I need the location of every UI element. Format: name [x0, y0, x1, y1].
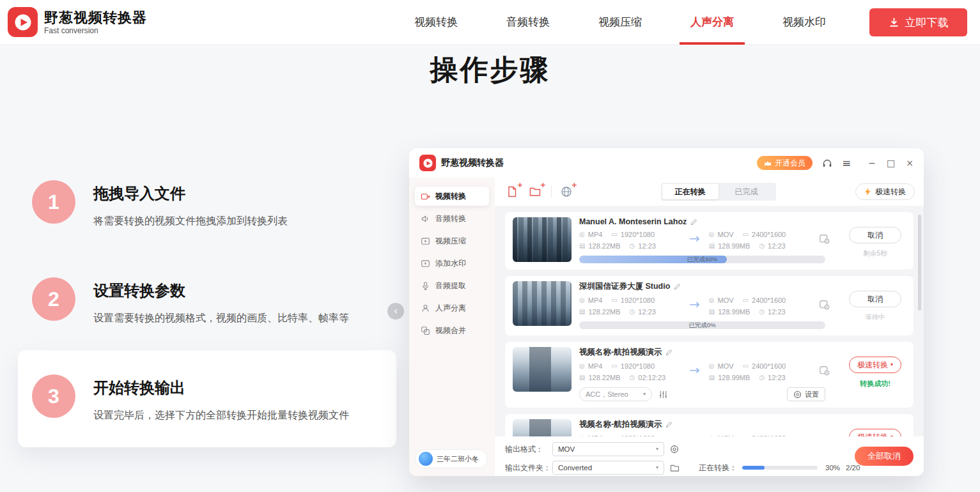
sidebar-item-add-watermark[interactable]: 添加水印: [415, 254, 489, 273]
edit-title-icon[interactable]: [665, 421, 673, 428]
tab-converting[interactable]: 正在转换: [662, 184, 719, 199]
audio-format-select[interactable]: ACC，Stereo ▾: [579, 387, 652, 401]
headset-support-icon[interactable]: [822, 158, 832, 168]
cancel-all-button[interactable]: 全部取消: [855, 447, 914, 466]
audio-convert-icon: [421, 214, 430, 224]
convert-arrow-icon: →: [689, 298, 700, 311]
titlebar-controls: 开通会员 ≡ − □ ×: [757, 156, 914, 170]
crown-icon: [764, 160, 772, 166]
open-folder-icon[interactable]: [670, 464, 680, 472]
src-size: 128.22MB: [588, 242, 620, 250]
duration-icon: ◷: [630, 309, 635, 315]
vocal-split-icon: [421, 304, 430, 313]
download-button[interactable]: 立即下载: [869, 8, 967, 36]
src-resolution: 1920*1080: [621, 231, 655, 238]
output-folder-label: 输出文件夹：: [505, 463, 552, 473]
close-icon[interactable]: ×: [906, 158, 914, 167]
resolution-icon: ▭: [611, 231, 617, 238]
carousel-prev-button[interactable]: ‹: [387, 303, 404, 319]
menu-icon[interactable]: ≡: [842, 158, 851, 169]
dst-format: MOV: [718, 231, 734, 238]
sidebar-item-audio-convert[interactable]: 音频转换: [415, 209, 489, 228]
maximize-icon[interactable]: □: [887, 158, 895, 167]
source-info: ◎MP4 ▭1920*1080 ▤128.22MB ◷12:23: [579, 231, 689, 250]
add-folder-button[interactable]: +: [527, 183, 543, 200]
format-settings-gear-icon[interactable]: [670, 445, 679, 454]
nav-audio-convert[interactable]: 音频转换: [506, 0, 550, 45]
task-title: 深圳国信证券大厦 Studio: [579, 281, 825, 292]
converting-label: 正在转换：: [699, 463, 737, 473]
output-settings-icon[interactable]: [819, 233, 830, 244]
cancel-task-button[interactable]: 取消: [849, 291, 901, 307]
filesize-icon: ▤: [579, 374, 585, 381]
sidebar-item-vocal-split[interactable]: 人声分离: [415, 298, 489, 318]
task-actions: 取消 等待中: [847, 291, 903, 322]
step-number-badge: 1: [32, 180, 75, 224]
convert-arrow-icon: →: [689, 364, 700, 376]
edit-title-icon[interactable]: [674, 283, 681, 290]
target-info: ◎MOV ▭2400*1600 ▤128.99MB ◷12:23: [709, 296, 819, 316]
src-duration: 02:12:23: [638, 374, 665, 381]
src-resolution: 1920*1080: [621, 296, 655, 304]
site-header: 野葱视频转换器 Fast conversion 视频转换 音频转换 视频压缩 人…: [0, 0, 980, 45]
resolution-icon: ▭: [611, 297, 617, 304]
sidebar-item-video-merge[interactable]: 视频合并: [415, 321, 489, 340]
task-settings-button[interactable]: 设置: [787, 387, 825, 401]
equalizer-icon[interactable]: [658, 390, 668, 399]
output-format-select[interactable]: MOV ▾: [552, 442, 664, 456]
source-info: ◎MP4 ▭1920*1080 ▤128.22MB ◷12:23: [579, 296, 689, 316]
user-name: 三年二班小冬: [437, 454, 479, 464]
sidebar-label: 添加水印: [435, 258, 466, 269]
app-logo-icon: [419, 155, 436, 171]
overall-progress-bar: [742, 466, 818, 470]
cancel-task-button[interactable]: 取消: [849, 227, 901, 243]
output-settings-icon[interactable]: [819, 299, 830, 310]
resolution-icon: ▭: [743, 297, 749, 304]
filesize-icon: ▤: [709, 243, 715, 249]
task-actions: 取消 剩余5秒: [847, 227, 903, 258]
brand-subtitle: Fast conversion: [44, 26, 147, 35]
plus-badge-icon: +: [517, 181, 523, 189]
turbo-convert-task-button[interactable]: 极速转换 ▾: [849, 429, 901, 436]
add-url-button[interactable]: +: [558, 183, 575, 200]
nav-video-compress[interactable]: 视频压缩: [598, 0, 642, 45]
task-list-scrollbar[interactable]: [918, 215, 921, 311]
filesize-icon: ▤: [709, 309, 715, 315]
sidebar-item-video-compress[interactable]: 视频压缩: [415, 231, 489, 250]
audio-format-value: ACC，Stereo: [586, 390, 628, 399]
sidebar-item-audio-extract[interactable]: 音频提取: [415, 276, 489, 295]
task-row-4: 视频名称-航拍视频演示 ◎MP4 ▭1920*1080: [505, 414, 914, 436]
edit-title-icon[interactable]: [690, 219, 697, 226]
sidebar-item-video-convert[interactable]: 视频转换: [415, 187, 489, 206]
output-settings-icon[interactable]: [819, 365, 830, 376]
video-thumbnail: [513, 281, 572, 326]
turbo-convert-task-button[interactable]: 极速转换 ▾: [849, 357, 901, 373]
output-folder-select[interactable]: Converted ▾: [552, 461, 664, 475]
app-body: 视频转换 音频转换 视频压缩 添加水印 音频提取: [409, 178, 924, 476]
turbo-convert-button[interactable]: 极速转换: [855, 183, 915, 200]
chevron-down-icon: ▾: [656, 465, 658, 470]
dst-format: MOV: [718, 362, 734, 370]
edit-title-icon[interactable]: [665, 349, 673, 356]
step-number-badge: 2: [32, 277, 75, 321]
dst-format: MOV: [718, 296, 734, 304]
nav-video-convert[interactable]: 视频转换: [414, 0, 458, 45]
minimize-icon[interactable]: −: [868, 158, 876, 167]
format-icon: ◎: [709, 363, 715, 369]
overall-progress-count: 2/20: [846, 464, 860, 472]
dst-resolution: 2400*1600: [752, 362, 786, 370]
add-file-button[interactable]: +: [504, 183, 520, 200]
task-tabs: 正在转换 已完成: [661, 183, 776, 201]
step-description: 设置完毕后，选择下方的全部转换开始批量转换视频文件: [93, 409, 349, 422]
nav-watermark[interactable]: 视频水印: [782, 0, 826, 45]
user-avatar: [419, 452, 433, 466]
vip-upgrade-button[interactable]: 开通会员: [757, 156, 813, 170]
task-title-text: 视频名称-航拍视频演示: [579, 419, 662, 430]
tab-completed[interactable]: 已完成: [719, 184, 775, 199]
format-icon: ◎: [579, 363, 585, 369]
window-buttons: − □ ×: [868, 158, 914, 167]
user-account[interactable]: 三年二班小冬: [415, 449, 488, 468]
turbo-task-label: 极速转换: [857, 432, 888, 437]
nav-vocal-split[interactable]: 人声分离: [690, 0, 734, 45]
microphone-icon: [421, 281, 430, 291]
